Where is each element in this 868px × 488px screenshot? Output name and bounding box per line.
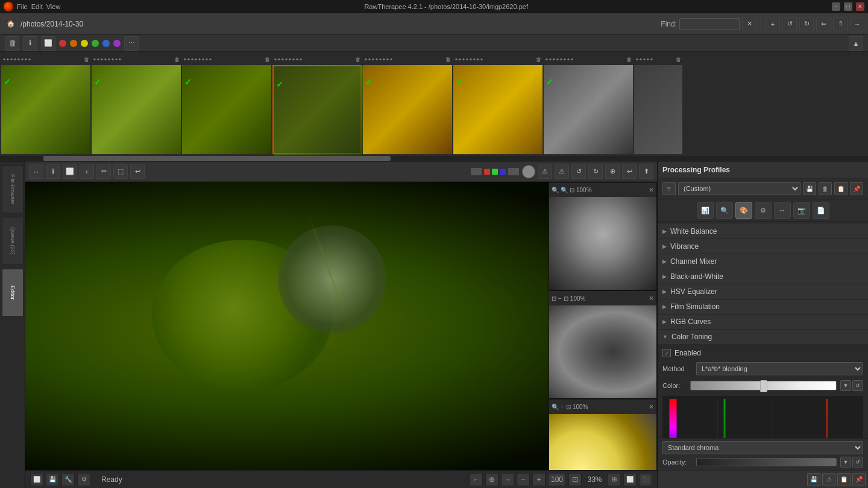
section-header-hsv[interactable]: ▶ HSV Equalizer <box>658 284 868 299</box>
rp-btn-3[interactable]: 📋 <box>837 473 851 486</box>
thumbnail-8[interactable]: ✦✦✦✦✦ 🗑 <box>634 54 682 154</box>
preview-zoom-in-3[interactable]: 🔍 <box>552 404 559 410</box>
save-icon[interactable]: 💾 <box>46 473 59 486</box>
exposure-indicator[interactable] <box>522 165 535 178</box>
filter-button[interactable]: ⋯ <box>124 36 139 51</box>
preview-close-3[interactable]: ✕ <box>649 403 654 411</box>
preview-close-2[interactable]: ✕ <box>649 295 654 302</box>
sidebar-item-editor[interactable]: Editor <box>2 269 24 317</box>
color-green[interactable] <box>92 40 99 47</box>
preview-zoom-out-1[interactable]: 🔍 <box>561 187 568 193</box>
add-button[interactable]: + <box>766 17 780 31</box>
maximize-button[interactable]: □ <box>844 2 852 11</box>
section-header-rgb[interactable]: ▶ RGB Curves <box>658 314 868 329</box>
section-header-vibrance[interactable]: ▶ Vibrance <box>658 239 868 254</box>
full-screen-btn[interactable]: ⬜ <box>623 473 637 486</box>
preview-zoom-fit2-2[interactable]: ⊡ <box>552 295 556 302</box>
thumb-del-5[interactable]: 🗑 <box>445 57 451 63</box>
queue-icon[interactable]: ⬜ <box>30 473 43 486</box>
close-button[interactable]: ✕ <box>856 2 864 11</box>
tab-meta[interactable]: 📄 <box>813 202 829 219</box>
thumb-del-2[interactable]: 🗑 <box>174 57 180 63</box>
thumb-del-3[interactable]: 🗑 <box>265 57 270 63</box>
color-yellow[interactable] <box>81 40 88 47</box>
info-button[interactable]: ℹ <box>23 36 37 51</box>
app-menu-edit[interactable]: Edit <box>31 3 43 10</box>
prefs-icon[interactable]: ⚙ <box>77 473 90 486</box>
rp-btn-1[interactable]: 💾 <box>807 473 820 486</box>
zoom-prev-btn[interactable]: ← <box>470 473 483 486</box>
color-select-blue[interactable] <box>500 169 506 175</box>
section-header-bw[interactable]: ▶ Black-and-White <box>658 269 868 284</box>
zoom-reset-btn[interactable]: ⊕ <box>485 473 498 486</box>
preview-zoom-fit-2[interactable]: ⊡ <box>564 295 568 302</box>
thumb-del-6[interactable]: 🗑 <box>536 57 541 63</box>
thumb-del-7[interactable]: 🗑 <box>626 57 632 63</box>
transform-tool[interactable]: + <box>80 164 94 179</box>
sidebar-item-file-browser[interactable]: File Browser <box>2 165 24 213</box>
zoom-next-btn[interactable]: → <box>501 473 514 486</box>
tab-raw[interactable]: 📷 <box>793 202 810 219</box>
thumbnail-1[interactable]: ✦✦✦✦✦✦✦✦ 🗑 ✓ <box>1 54 90 154</box>
rotate-right[interactable]: ↻ <box>588 164 603 179</box>
detach-btn[interactable]: ⬛ <box>639 473 652 486</box>
filmstrip-scrollbar[interactable] <box>0 156 868 161</box>
plugin-icon[interactable]: 🔧 <box>61 473 75 486</box>
profile-list-icon[interactable]: ≡ <box>662 182 676 195</box>
profile-save-btn[interactable]: 💾 <box>803 182 816 195</box>
thumb-del-4[interactable]: 🗑 <box>355 57 360 63</box>
minimize-button[interactable]: − <box>832 2 840 11</box>
find-input[interactable] <box>679 18 740 30</box>
thumbnail-4[interactable]: ✦✦✦✦✦✦✦✦ 🗑 ✓ <box>272 54 362 154</box>
sidebar-item-queue[interactable]: Queue (22) <box>2 217 24 265</box>
thumb-del-8[interactable]: 🗑 <box>676 57 681 63</box>
color-select-red[interactable] <box>484 169 490 175</box>
fit-screen-btn[interactable]: ⊞ <box>608 473 621 486</box>
zoom-out-btn[interactable]: − <box>517 473 530 486</box>
preview-zoom-out-3[interactable]: − <box>561 404 564 410</box>
color-red[interactable] <box>59 40 66 47</box>
filmstrip-up[interactable]: ▲ <box>849 36 863 51</box>
crop2-tool[interactable]: ⬚ <box>113 164 128 179</box>
picker-tool[interactable]: ✏ <box>96 164 111 179</box>
preview-zoom-fit-3[interactable]: ⊡ <box>566 404 571 410</box>
color-slider-thumb[interactable] <box>760 380 767 392</box>
chroma-dropdown[interactable]: Standard chroma <box>662 441 863 454</box>
tab-advanced[interactable]: ⚙ <box>755 202 772 219</box>
export-tool[interactable]: ⬆ <box>639 164 653 179</box>
color-blue[interactable] <box>102 40 110 47</box>
color-orange[interactable] <box>70 40 77 47</box>
tab-color[interactable]: 🎨 <box>735 202 752 219</box>
color-dropdown-btn[interactable]: ▼ <box>840 380 851 391</box>
preview-close-1[interactable]: ✕ <box>649 186 654 194</box>
color-purple[interactable] <box>113 40 121 47</box>
rotate-right-button[interactable]: ↻ <box>799 17 814 31</box>
profile-copy-btn[interactable]: 📋 <box>834 182 848 195</box>
pointer-tool[interactable]: ↔ <box>29 164 43 179</box>
tab-exposure[interactable]: 📊 <box>697 202 714 219</box>
profile-paste-btn[interactable]: 📌 <box>850 182 863 195</box>
delete-button[interactable]: 🗑 <box>5 36 19 51</box>
info-tool[interactable]: ℹ <box>46 164 60 179</box>
undo-tool[interactable]: ↩ <box>130 164 145 179</box>
find-close-button[interactable]: ✕ <box>742 17 756 31</box>
opacity-reset-btn[interactable]: ↺ <box>852 457 863 468</box>
section-header-mixer[interactable]: ▶ Channel Mixer <box>658 254 868 269</box>
reset-tool[interactable]: ↩ <box>622 164 637 179</box>
zoom-100-btn[interactable]: 100 <box>548 473 566 486</box>
rotate-left-button[interactable]: ↺ <box>782 17 797 31</box>
preview-zoom-fit-1[interactable]: ⊡ <box>570 187 574 193</box>
method-dropdown[interactable]: L*a*b* blending <box>696 362 863 375</box>
rp-btn-4[interactable]: 📌 <box>852 473 866 486</box>
zoom-in-btn[interactable]: + <box>532 473 546 486</box>
thumbnail-6[interactable]: ✦✦✦✦✦✦✦✦ 🗑 ✓ <box>453 54 542 154</box>
section-header-film[interactable]: ▶ Film Simulation <box>658 299 868 314</box>
editor-canvas[interactable]: 🔍 🔍 ⊡ 100% ✕ ⊡ − ⊡ <box>25 182 657 470</box>
rotate-left[interactable]: ↺ <box>571 164 586 179</box>
app-menu-view[interactable]: View <box>46 3 61 10</box>
preview-zoom-in-1[interactable]: 🔍 <box>552 187 559 193</box>
home-button[interactable]: 🏠 <box>4 17 18 31</box>
thumbnail-2[interactable]: ✦✦✦✦✦✦✦✦ 🗑 ✓ <box>92 54 181 154</box>
rp-btn-2[interactable]: ⚠ <box>822 473 835 486</box>
app-menu-file[interactable]: File <box>17 3 28 10</box>
